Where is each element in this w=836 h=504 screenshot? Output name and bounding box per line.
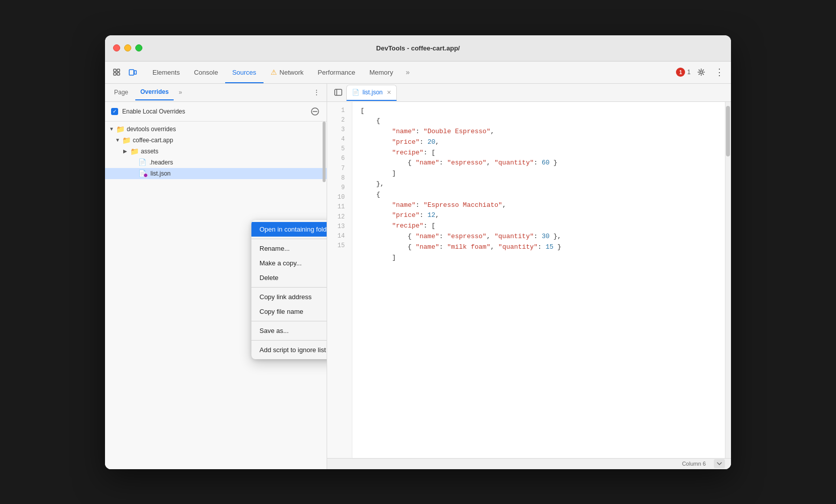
error-badge: 1: [676, 68, 685, 77]
ctx-open-folder[interactable]: Open in containing folder: [251, 222, 327, 237]
svg-rect-0: [114, 69, 116, 72]
code-line: { "name": "milk foam", "quantity": 15 }: [360, 242, 717, 253]
code-area: 📄 list.json ✕ 1 2 3 4 5 6 7 8 9 10: [327, 84, 731, 469]
sidebar: Page Overrides » ⋮ ✓ Enable Local Overri…: [105, 84, 327, 469]
tab-memory[interactable]: Memory: [362, 61, 400, 83]
ctx-copy-link[interactable]: Copy link address: [251, 290, 327, 304]
ctx-save-as[interactable]: Save as...: [251, 323, 327, 338]
code-line: {: [360, 190, 717, 200]
maximize-button[interactable]: [135, 44, 142, 51]
tab-bar-right: 1 1 ⋮: [676, 65, 727, 80]
tree-item-label: list.json: [150, 170, 171, 177]
code-line: "recipe": [: [360, 221, 717, 232]
tab-console[interactable]: Console: [187, 61, 225, 83]
file-tab-close-button[interactable]: ✕: [387, 89, 391, 96]
file-override-badge: [143, 173, 148, 178]
file-tab-icon: 📄: [352, 89, 359, 96]
ctx-copy-name[interactable]: Copy file name: [251, 304, 327, 319]
code-line: "name": "Double Espresso",: [360, 127, 717, 137]
ctx-make-copy[interactable]: Make a copy...: [251, 256, 327, 270]
more-sidebar-tabs[interactable]: »: [176, 89, 185, 96]
toolbar-icons: [109, 65, 140, 80]
folder-icon: 📁: [122, 136, 131, 144]
code-line: {: [360, 116, 717, 127]
error-count-pill[interactable]: 1 1: [676, 68, 691, 77]
close-button[interactable]: [113, 44, 120, 51]
tab-sources[interactable]: Sources: [225, 61, 264, 83]
code-line: ]: [360, 253, 717, 263]
code-line: },: [360, 179, 717, 190]
code-line: { "name": "espresso", "quantity": 30 },: [360, 232, 717, 242]
svg-rect-1: [117, 69, 120, 72]
svg-rect-9: [335, 89, 342, 95]
sidebar-more-button[interactable]: ⋮: [310, 86, 323, 98]
vertical-scrollbar[interactable]: [725, 102, 731, 458]
status-bar: Column 6: [327, 458, 731, 469]
tree-item-assets[interactable]: ▶ 📁 assets: [105, 146, 327, 157]
window-title: DevTools - coffee-cart.app/: [376, 44, 460, 52]
sidebar-toggle-button[interactable]: [331, 85, 345, 99]
tree-item-label: devtools overrides: [127, 126, 176, 133]
tab-performance[interactable]: Performance: [310, 61, 362, 83]
code-editor[interactable]: 1 2 3 4 5 6 7 8 9 10 11 12 13 14 15: [327, 102, 731, 458]
svg-rect-3: [117, 73, 120, 75]
tab-network[interactable]: ⚠ Network: [264, 61, 311, 83]
code-content[interactable]: [ { "name": "Double Espresso", "price": …: [352, 102, 725, 458]
svg-rect-4: [129, 70, 134, 75]
minimize-button[interactable]: [124, 44, 131, 51]
ctx-rename[interactable]: Rename...: [251, 241, 327, 256]
clear-overrides-button[interactable]: [309, 106, 321, 117]
code-line: "price": 20,: [360, 137, 717, 148]
enable-overrides-label: Enable Local Overrides: [122, 108, 305, 115]
sidebar-tab-bar: Page Overrides » ⋮: [105, 84, 327, 102]
scrollbar-thumb[interactable]: [323, 122, 326, 182]
overrides-header: ✓ Enable Local Overrides: [105, 102, 327, 122]
ctx-delete[interactable]: Delete: [251, 270, 327, 285]
file-tree: ▼ 📁 devtools overrides ▼ 📁 coffee-cart.a…: [105, 122, 327, 469]
tree-item-label: .headers: [149, 159, 173, 166]
tree-item-label: coffee-cart.app: [133, 137, 173, 144]
file-tab-name: list.json: [362, 89, 383, 96]
network-warning-icon: ⚠: [271, 68, 277, 76]
tree-item-coffee-cart[interactable]: ▼ 📁 coffee-cart.app: [105, 135, 327, 146]
ctx-divider-3: [251, 321, 327, 321]
enable-overrides-checkbox[interactable]: ✓: [111, 108, 118, 115]
file-tab-list-json[interactable]: 📄 list.json ✕: [346, 85, 397, 101]
device-toggle-icon[interactable]: [125, 65, 140, 80]
more-options-button[interactable]: ⋮: [712, 65, 727, 80]
settings-button[interactable]: [694, 65, 709, 80]
code-line: { "name": "espresso", "quantity": 60 }: [360, 158, 717, 169]
vertical-scrollbar-thumb[interactable]: [726, 106, 730, 156]
traffic-lights: [113, 44, 142, 51]
file-icon: 📄: [138, 158, 146, 166]
tab-overrides[interactable]: Overrides: [135, 84, 174, 100]
tab-elements[interactable]: Elements: [145, 61, 187, 83]
ctx-divider-2: [251, 287, 327, 288]
folder-icon: 📁: [116, 125, 125, 133]
svg-rect-2: [114, 73, 116, 75]
svg-point-6: [700, 71, 703, 74]
status-action-button[interactable]: [714, 459, 725, 468]
code-line: ]: [360, 169, 717, 179]
tab-page[interactable]: Page: [109, 84, 133, 100]
ctx-divider-1: [251, 239, 327, 239]
devtools-window: DevTools - coffee-cart.app/ Elements: [105, 35, 731, 469]
title-bar: DevTools - coffee-cart.app/: [105, 35, 731, 62]
code-line: "price": 12,: [360, 210, 717, 221]
inspect-icon[interactable]: [109, 65, 124, 80]
tree-item-headers[interactable]: 📄 .headers: [105, 157, 327, 168]
ctx-add-ignore[interactable]: Add script to ignore list: [251, 343, 327, 357]
tree-item-list-json[interactable]: 📄 list.json: [105, 168, 327, 179]
line-numbers: 1 2 3 4 5 6 7 8 9 10 11 12 13 14 15: [327, 102, 352, 458]
tree-item-devtools-overrides[interactable]: ▼ 📁 devtools overrides: [105, 124, 327, 135]
code-line: "recipe": [: [360, 148, 717, 158]
folder-icon: 📁: [130, 147, 139, 155]
code-line: [: [360, 106, 717, 117]
sidebar-actions: ⋮: [310, 86, 323, 98]
top-tab-bar: Elements Console Sources ⚠ Network Perfo…: [105, 62, 731, 84]
svg-rect-5: [134, 71, 136, 74]
ctx-divider-4: [251, 340, 327, 341]
tree-item-label: assets: [141, 148, 159, 155]
context-menu: Open in containing folder Rename... Make…: [251, 220, 327, 359]
more-tabs-button[interactable]: »: [400, 65, 415, 80]
